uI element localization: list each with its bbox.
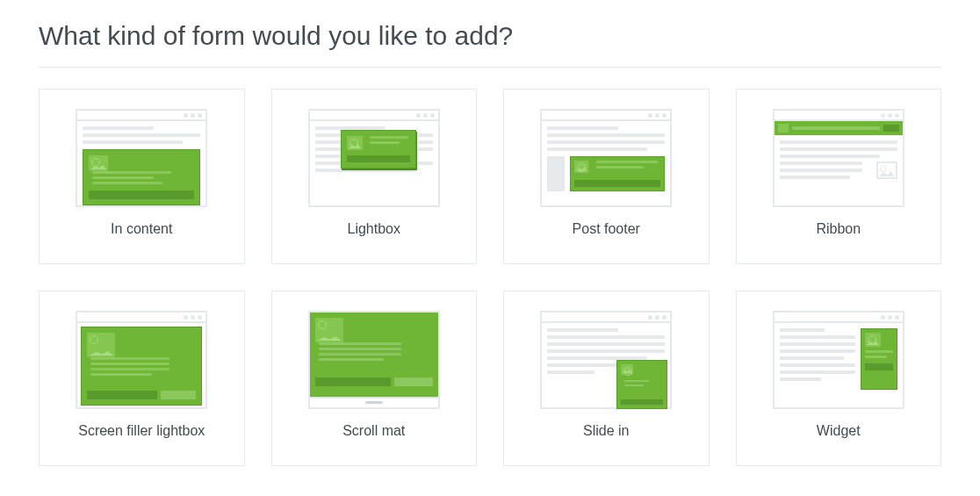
preview-ribbon: [768, 105, 909, 211]
form-option-post-footer[interactable]: Post footer: [503, 89, 710, 264]
form-option-widget[interactable]: Widget: [736, 291, 942, 466]
form-option-in-content[interactable]: In content: [39, 89, 245, 264]
form-option-label: Ribbon: [816, 221, 861, 237]
preview-widget: [768, 307, 909, 413]
page-title: What kind of form would you like to add?: [39, 21, 941, 68]
form-option-lightbox[interactable]: Lightbox: [271, 89, 478, 264]
form-option-label: Slide in: [583, 423, 629, 439]
form-option-label: Lightbox: [348, 221, 401, 237]
preview-in-content: [71, 105, 212, 211]
preview-slide-in: [536, 307, 676, 413]
preview-screen-filler: [71, 307, 212, 413]
form-type-grid: In content: [39, 89, 941, 466]
form-option-label: Screen filler lightbox: [78, 423, 205, 439]
form-option-label: In content: [111, 221, 172, 237]
form-option-scroll-mat[interactable]: Scroll mat: [271, 291, 478, 466]
form-option-label: Scroll mat: [342, 423, 405, 439]
form-option-label: Post footer: [573, 221, 640, 237]
preview-post-footer: [536, 105, 676, 211]
form-option-screen-filler-lightbox[interactable]: Screen filler lightbox: [39, 291, 245, 466]
preview-lightbox: [304, 105, 444, 211]
form-option-label: Widget: [817, 423, 861, 439]
preview-scroll-mat: [304, 307, 444, 413]
form-option-ribbon[interactable]: Ribbon: [736, 89, 942, 264]
form-option-slide-in[interactable]: Slide in: [503, 291, 710, 466]
